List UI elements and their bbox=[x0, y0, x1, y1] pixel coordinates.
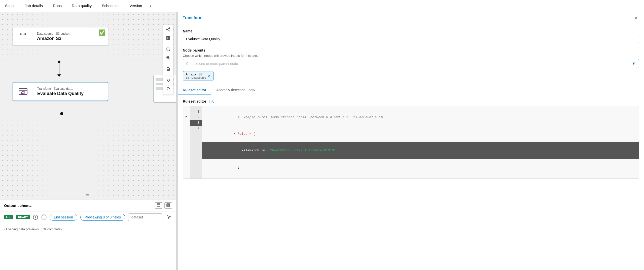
edq-label-top: Transform - Evaluate dat... bbox=[37, 87, 104, 91]
svg-point-6 bbox=[169, 28, 170, 29]
output-schema-toolbar: Info READY i End session Previewing 0 of… bbox=[0, 211, 176, 223]
schema-view-button-1[interactable] bbox=[155, 202, 162, 209]
node-parents-sublabel: Choose which nodes will provide inputs f… bbox=[183, 54, 639, 58]
info-label: Info bbox=[4, 215, 13, 219]
svg-line-10 bbox=[167, 30, 169, 30]
output-schema-panel: Output schema bbox=[0, 200, 176, 270]
name-field-group: Name bbox=[183, 29, 639, 43]
loading-message: Loading data previews. (0% complete) bbox=[0, 223, 176, 235]
tab-script[interactable]: Script bbox=[0, 1, 20, 12]
code-closing-bracket: ] bbox=[234, 165, 239, 169]
svg-line-9 bbox=[167, 28, 169, 29]
subtab-anomaly-new: new bbox=[248, 88, 255, 92]
name-input[interactable] bbox=[183, 35, 639, 43]
preview-button[interactable]: Previewing 0 of 0 fields bbox=[80, 214, 125, 221]
canvas-toolbar bbox=[163, 25, 173, 95]
tag-container: Amazon S3 S3 - DataSource ✕ bbox=[183, 71, 639, 80]
svg-point-8 bbox=[169, 30, 170, 31]
undo-button[interactable] bbox=[165, 77, 172, 84]
subtabs: Ruleset editor Anomaly detection - new bbox=[178, 85, 644, 95]
ruleset-info-link[interactable]: Info bbox=[209, 100, 214, 103]
svg-rect-14 bbox=[168, 38, 170, 39]
end-session-button[interactable]: End session bbox=[50, 214, 77, 221]
svg-line-16 bbox=[169, 50, 170, 51]
svg-rect-11 bbox=[167, 36, 168, 38]
s3-node[interactable]: Data source - S3 bucket Amazon S3 ✅ bbox=[13, 27, 108, 46]
code-comment: # Example rules: Completeness "colA" bet… bbox=[234, 115, 383, 119]
svg-point-7 bbox=[166, 29, 167, 30]
transform-body: Name Node parents Choose which nodes wil… bbox=[178, 24, 644, 85]
svg-point-31 bbox=[168, 216, 169, 217]
code-line-3: FileMatch in ["3ee0d8617ac041793154713e5… bbox=[202, 142, 639, 159]
s3-check-icon: ✅ bbox=[99, 29, 105, 36]
subtab-anomaly-detection[interactable]: Anomaly detection - new bbox=[211, 85, 260, 95]
code-content[interactable]: # Example rules: Completeness "colA" bet… bbox=[202, 106, 639, 178]
ruleset-section: Ruleset editor Info ▶ 1 2 3 4 bbox=[178, 95, 644, 183]
connector-arrow bbox=[57, 62, 61, 77]
tag-name: Amazon S3 bbox=[186, 72, 202, 76]
delete-button[interactable] bbox=[165, 66, 172, 73]
tab-schedules[interactable]: Schedules bbox=[97, 1, 124, 12]
edq-node[interactable]: Transform - Evaluate dat... Evaluate Dat… bbox=[13, 82, 108, 101]
search-container bbox=[128, 213, 162, 221]
svg-rect-25 bbox=[157, 204, 160, 207]
schema-settings-button[interactable] bbox=[165, 214, 172, 221]
code-editor[interactable]: ▶ 1 2 3 4 # Example rules: Completeness … bbox=[183, 106, 639, 179]
gutter-line-3: 3 bbox=[190, 120, 202, 126]
status-badge: READY bbox=[16, 215, 30, 219]
s3-label-main: Amazon S3 bbox=[37, 36, 104, 41]
s3-node-icon bbox=[13, 27, 33, 46]
zoom-out-button[interactable] bbox=[165, 55, 172, 62]
transform-close-button[interactable]: ✕ bbox=[633, 14, 639, 22]
ruleset-header: Ruleset editor Info bbox=[183, 99, 639, 103]
loading-spinner bbox=[41, 214, 47, 220]
output-schema-header: Output schema bbox=[0, 200, 176, 211]
name-label: Name bbox=[183, 29, 639, 33]
canvas-panel: Data source - S3 bucket Amazon S3 ✅ bbox=[0, 12, 176, 270]
gutter-line-4: 4 bbox=[190, 126, 202, 131]
info-icon[interactable]: i bbox=[33, 215, 38, 220]
edq-node-content: Transform - Evaluate dat... Evaluate Dat… bbox=[33, 82, 108, 101]
more-tabs-button[interactable]: › bbox=[147, 0, 154, 12]
node-parents-dropdown-btn[interactable]: Choose one or more parent node ▼ bbox=[183, 59, 639, 68]
schema-search-input[interactable] bbox=[128, 213, 162, 221]
gutter-line-1: 1 bbox=[190, 109, 202, 115]
tab-data-quality[interactable]: Data quality bbox=[67, 1, 97, 12]
output-schema-title: Output schema bbox=[4, 203, 31, 208]
subtab-ruleset-editor[interactable]: Ruleset editor bbox=[178, 85, 211, 95]
code-line-2: ▾ Rules = [ bbox=[206, 126, 635, 142]
tab-version[interactable]: Version bbox=[124, 1, 147, 12]
svg-rect-28 bbox=[167, 204, 170, 207]
svg-rect-13 bbox=[167, 38, 168, 39]
redo-button[interactable] bbox=[165, 86, 172, 93]
amazon-s3-tag: Amazon S3 S3 - DataSource ✕ bbox=[183, 71, 213, 80]
zoom-in-button[interactable] bbox=[165, 46, 172, 53]
dropdown-arrow-icon: ▼ bbox=[632, 61, 636, 66]
code-line-4: ] bbox=[206, 159, 635, 175]
svg-rect-22 bbox=[167, 68, 169, 71]
tab-runs[interactable]: Runs bbox=[48, 1, 67, 12]
drag-handle[interactable]: ═ bbox=[86, 192, 90, 198]
node-parents-field-group: Node parents Choose which nodes will pro… bbox=[183, 48, 639, 80]
schema-view-button-2[interactable] bbox=[164, 202, 172, 209]
transform-title: Transform bbox=[183, 16, 202, 20]
subtab-anomaly-label: Anomaly detection - bbox=[216, 88, 248, 92]
canvas-area[interactable]: Data source - S3 bucket Amazon S3 ✅ bbox=[0, 12, 176, 200]
dropdown-placeholder: Choose one or more parent node bbox=[186, 62, 238, 66]
tab-job-details[interactable]: Job details bbox=[20, 1, 48, 12]
edq-bottom-dot bbox=[60, 112, 63, 115]
code-gutter: 1 2 3 4 bbox=[190, 106, 202, 178]
code-keyword-rules: ▾ Rules = [ bbox=[234, 132, 255, 136]
node-parents-label: Node parents bbox=[183, 48, 639, 52]
fit-button[interactable] bbox=[165, 35, 172, 42]
tag-content: Amazon S3 S3 - DataSource bbox=[186, 72, 206, 79]
share-button[interactable] bbox=[165, 26, 172, 33]
tag-remove-button[interactable]: ✕ bbox=[207, 74, 211, 78]
code-expand-arrow[interactable]: ▶ bbox=[186, 115, 187, 118]
code-line-1: # Example rules: Completeness "colA" bet… bbox=[206, 109, 635, 126]
edq-label-main: Evaluate Data Quality bbox=[37, 91, 104, 96]
schema-header-icons bbox=[155, 202, 172, 209]
edq-node-icon bbox=[13, 82, 33, 101]
ruleset-editor-title: Ruleset editor bbox=[183, 99, 206, 103]
node-parents-dropdown: Choose one or more parent node ▼ bbox=[183, 59, 639, 68]
